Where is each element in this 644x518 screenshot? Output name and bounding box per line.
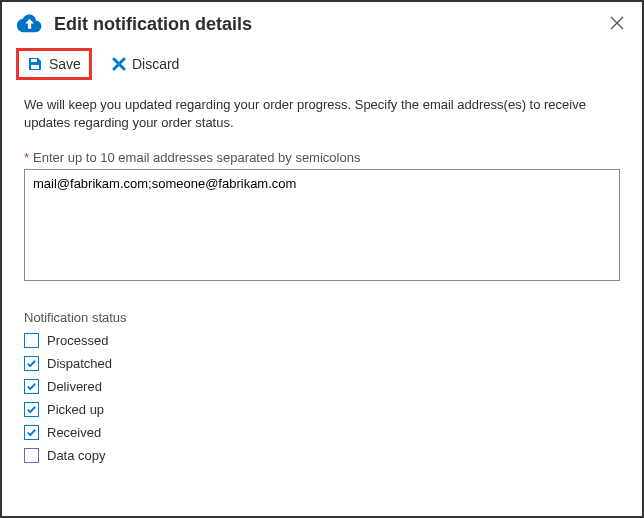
save-button-highlight: Save [16, 48, 92, 80]
status-checkbox-row[interactable]: Delivered [24, 379, 620, 394]
panel-header: Edit notification details [2, 2, 642, 44]
status-checkbox-row[interactable]: Processed [24, 333, 620, 348]
discard-button-label: Discard [132, 56, 179, 72]
status-checkbox-label: Delivered [47, 379, 102, 394]
status-checkbox-row[interactable]: Picked up [24, 402, 620, 417]
checkbox-icon [24, 379, 39, 394]
email-field-label: *Enter up to 10 email addresses separate… [24, 150, 620, 165]
panel-title: Edit notification details [54, 14, 606, 35]
status-checkbox-row[interactable]: Received [24, 425, 620, 440]
cloud-upload-icon [16, 10, 44, 38]
edit-notification-panel: Edit notification details Save Discar [0, 0, 644, 518]
email-addresses-input[interactable] [24, 169, 620, 281]
close-button[interactable] [606, 11, 628, 37]
status-checkbox-label: Received [47, 425, 101, 440]
status-checkbox-row[interactable]: Dispatched [24, 356, 620, 371]
save-button[interactable]: Save [19, 51, 89, 77]
status-checkbox-row[interactable]: Data copy [24, 448, 620, 463]
checkbox-icon [24, 425, 39, 440]
discard-icon [112, 57, 126, 71]
status-checkbox-label: Processed [47, 333, 108, 348]
status-checkbox-label: Dispatched [47, 356, 112, 371]
checkbox-icon [24, 402, 39, 417]
save-icon [27, 56, 43, 72]
notification-status-label: Notification status [24, 310, 620, 325]
discard-button[interactable]: Discard [104, 51, 187, 77]
checkbox-icon [24, 356, 39, 371]
toolbar: Save Discard [2, 44, 642, 86]
status-checkbox-label: Picked up [47, 402, 104, 417]
description-text: We will keep you updated regarding your … [24, 96, 620, 132]
status-list: ProcessedDispatchedDeliveredPicked upRec… [24, 333, 620, 463]
panel-content: We will keep you updated regarding your … [2, 86, 642, 463]
checkbox-icon [24, 448, 39, 463]
checkbox-icon [24, 333, 39, 348]
status-checkbox-label: Data copy [47, 448, 106, 463]
required-asterisk: * [24, 150, 29, 165]
save-button-label: Save [49, 56, 81, 72]
